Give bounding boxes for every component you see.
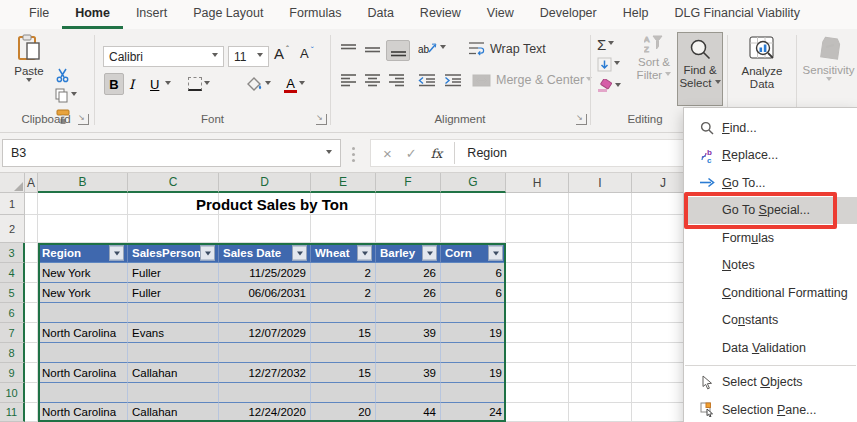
tab-insert[interactable]: Insert xyxy=(123,0,180,29)
row-header-5[interactable]: 5 xyxy=(0,283,25,303)
table-header-wheat[interactable]: Wheat xyxy=(311,243,376,263)
filter-button[interactable] xyxy=(109,245,124,260)
column-header-f[interactable]: F xyxy=(376,173,441,193)
table-cell[interactable] xyxy=(311,383,376,403)
table-cell[interactable]: 24 xyxy=(441,403,506,422)
table-cell[interactable]: 19 xyxy=(441,363,506,383)
cell-i8[interactable] xyxy=(569,343,632,363)
table-cell[interactable]: 19 xyxy=(441,323,506,343)
row-header-9[interactable]: 9 xyxy=(0,363,25,383)
row-header-11[interactable]: 11 xyxy=(0,403,25,422)
menu-item-find[interactable]: Find... xyxy=(684,114,857,142)
table-cell[interactable] xyxy=(219,343,311,363)
cell-c2[interactable] xyxy=(128,215,219,243)
column-header-i[interactable]: I xyxy=(569,173,632,193)
table-cell[interactable] xyxy=(441,303,506,323)
bold-button[interactable]: B xyxy=(104,73,124,95)
cell-i9[interactable] xyxy=(569,363,632,383)
table-cell[interactable] xyxy=(219,383,311,403)
tab-file[interactable]: File xyxy=(16,0,62,29)
column-header-a[interactable]: A xyxy=(25,173,38,193)
row-header-2[interactable]: 2 xyxy=(0,215,25,243)
table-cell[interactable]: Callahan xyxy=(128,403,219,422)
table-cell[interactable]: North Carolina xyxy=(38,323,128,343)
cell-i2[interactable] xyxy=(569,215,632,243)
table-cell[interactable]: New York xyxy=(38,283,128,303)
cell-a1[interactable] xyxy=(25,193,38,215)
sheet-title[interactable]: Product Sales by Ton xyxy=(38,193,506,215)
table-cell[interactable] xyxy=(38,343,128,363)
filter-button[interactable] xyxy=(488,245,503,260)
filter-button[interactable] xyxy=(422,245,437,260)
filter-button[interactable] xyxy=(357,245,372,260)
filter-button[interactable] xyxy=(200,245,215,260)
table-cell[interactable]: 11/25/2029 xyxy=(219,263,311,283)
font-dialog-launcher[interactable]: ↘ xyxy=(316,114,327,125)
table-cell[interactable] xyxy=(311,303,376,323)
increase-indent-button[interactable] xyxy=(444,73,462,87)
table-cell[interactable] xyxy=(128,343,219,363)
align-top-button[interactable] xyxy=(340,43,357,57)
cell-i4[interactable] xyxy=(569,263,632,283)
paste-button[interactable]: Paste xyxy=(6,34,52,106)
table-cell[interactable]: North Carolina xyxy=(38,363,128,383)
cell-f2[interactable] xyxy=(376,215,441,243)
copy-button[interactable] xyxy=(55,88,77,103)
cell-i6[interactable] xyxy=(569,303,632,323)
table-header-corn[interactable]: Corn xyxy=(441,243,506,263)
grow-font-button[interactable]: Aˆ xyxy=(274,45,289,62)
row-header-3[interactable]: 3 xyxy=(0,243,25,263)
cut-button[interactable] xyxy=(55,68,70,83)
analyze-data-button[interactable]: Analyze Data xyxy=(731,32,793,106)
table-cell[interactable]: 15 xyxy=(311,323,376,343)
fill-color-button[interactable] xyxy=(246,77,271,92)
cell-h6[interactable] xyxy=(506,303,569,323)
cell-a2[interactable] xyxy=(25,215,38,243)
table-cell[interactable] xyxy=(441,343,506,363)
cell-a11[interactable] xyxy=(25,403,38,422)
column-header-h[interactable]: H xyxy=(506,173,569,193)
find-select-button[interactable]: Find & Select xyxy=(677,32,723,106)
cell-a5[interactable] xyxy=(25,283,38,303)
cell-d2[interactable] xyxy=(219,215,311,243)
column-header-b[interactable]: B xyxy=(38,173,128,193)
cell-i3[interactable] xyxy=(569,243,632,263)
sort-filter-button[interactable]: AZ Sort & Filter xyxy=(631,33,677,106)
tab-review[interactable]: Review xyxy=(407,0,474,29)
table-cell[interactable]: 12/24/2020 xyxy=(219,403,311,422)
tab-dlg-financial-viability[interactable]: DLG Financial Viability xyxy=(661,0,813,29)
italic-button[interactable]: I xyxy=(129,73,134,95)
table-header-sales-date[interactable]: Sales Date xyxy=(219,243,311,263)
table-cell[interactable] xyxy=(128,383,219,403)
underline-button[interactable]: U xyxy=(150,73,171,95)
cell-a10[interactable] xyxy=(25,383,38,403)
table-header-region[interactable]: Region xyxy=(38,243,128,263)
orientation-button[interactable]: ab xyxy=(418,41,446,56)
row-header-7[interactable]: 7 xyxy=(0,323,25,343)
cell-a4[interactable] xyxy=(25,263,38,283)
cell-h10[interactable] xyxy=(506,383,569,403)
fill-button[interactable] xyxy=(597,57,620,72)
table-cell[interactable]: Fuller xyxy=(128,283,219,303)
table-cell[interactable]: Evans xyxy=(128,323,219,343)
row-header-10[interactable]: 10 xyxy=(0,383,25,403)
cell-a8[interactable] xyxy=(25,343,38,363)
align-right-button[interactable] xyxy=(388,73,405,87)
tab-view[interactable]: View xyxy=(474,0,527,29)
menu-item-data-validation[interactable]: Data Validation xyxy=(684,334,857,362)
menu-item-conditional-formatting[interactable]: Conditional Formatting xyxy=(684,279,857,307)
table-cell[interactable] xyxy=(38,303,128,323)
column-header-e[interactable]: E xyxy=(311,173,376,193)
table-header-salesperson[interactable]: SalesPerson xyxy=(128,243,219,263)
table-cell[interactable] xyxy=(128,303,219,323)
cell-g2[interactable] xyxy=(441,215,506,243)
table-cell[interactable]: North Carolina xyxy=(38,403,128,422)
cell-i1[interactable] xyxy=(569,193,632,215)
select-all-corner[interactable] xyxy=(0,173,25,193)
table-cell[interactable] xyxy=(38,383,128,403)
row-header-4[interactable]: 4 xyxy=(0,263,25,283)
align-center-button[interactable] xyxy=(364,73,381,87)
insert-function-button[interactable]: fx xyxy=(431,146,443,161)
enter-button[interactable]: ✓ xyxy=(406,146,417,161)
align-left-button[interactable] xyxy=(340,73,357,87)
